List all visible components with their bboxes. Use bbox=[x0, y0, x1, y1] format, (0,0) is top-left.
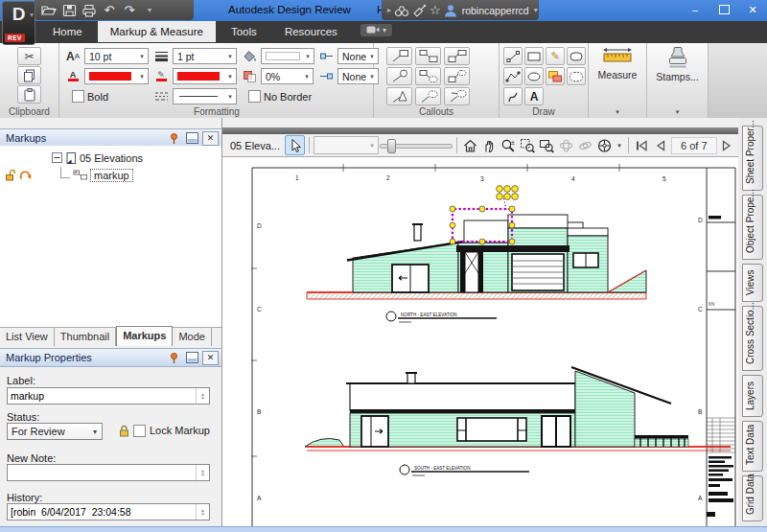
stamps-button[interactable]: Stamps... bbox=[650, 46, 705, 104]
home-view-button[interactable] bbox=[461, 136, 479, 154]
find-binoculars-icon[interactable] bbox=[394, 2, 409, 18]
save-icon[interactable] bbox=[60, 2, 78, 18]
tree-markup-label[interactable]: markup bbox=[90, 169, 133, 182]
history-field[interactable]: ▲▼ bbox=[7, 503, 210, 520]
tab-markup-measure[interactable]: Markup & Measure bbox=[98, 21, 216, 42]
callout-rectangle-multi-button[interactable] bbox=[415, 47, 441, 65]
tab-views[interactable]: Views bbox=[742, 264, 763, 302]
zoom-slider[interactable] bbox=[380, 137, 453, 153]
dock-panel-icon[interactable] bbox=[184, 131, 200, 145]
markup-filter-combo[interactable]: ▾ bbox=[314, 136, 379, 154]
application-menu-button[interactable]: D ▾ REV bbox=[2, 1, 35, 45]
label-spinner[interactable]: ▲▼ bbox=[196, 388, 209, 404]
collapse-icon[interactable] bbox=[52, 152, 62, 163]
pushpin-icon[interactable] bbox=[166, 131, 182, 145]
turntable-orbit-button[interactable] bbox=[576, 136, 594, 154]
steering-wheel-button[interactable] bbox=[595, 136, 614, 154]
copy-button[interactable] bbox=[17, 66, 41, 84]
tab-mode[interactable]: Mode bbox=[173, 328, 212, 346]
expand-tools-icon[interactable]: ▸ bbox=[387, 2, 391, 18]
draw-line-button[interactable] bbox=[503, 47, 523, 65]
steering-wheel-dropdown-icon[interactable]: ▾ bbox=[615, 142, 624, 150]
next-page-button[interactable] bbox=[718, 136, 736, 154]
tree-item-sheet[interactable]: 05 Elevations bbox=[52, 150, 143, 165]
bold-checkbox-row[interactable]: Bold bbox=[72, 87, 149, 105]
undo-icon[interactable]: ↶ bbox=[101, 2, 118, 18]
fill-color-combo[interactable]: ▾ bbox=[261, 48, 314, 64]
tab-tools[interactable]: Tools bbox=[219, 21, 269, 42]
close-button[interactable]: ✕ bbox=[738, 0, 767, 19]
history-input[interactable] bbox=[8, 506, 196, 518]
previous-page-button[interactable] bbox=[652, 136, 670, 154]
callout-cloud-leader-button[interactable] bbox=[415, 87, 441, 105]
share-satellite-icon[interactable] bbox=[412, 2, 427, 18]
stamps-flyout-caret[interactable]: ▾ bbox=[647, 108, 708, 116]
text-color-combo[interactable]: ▾ bbox=[84, 68, 149, 84]
new-note-spinner[interactable]: ▲▼ bbox=[196, 465, 209, 480]
draw-rounded-rectangle-button[interactable] bbox=[567, 47, 586, 65]
line-style-combo[interactable]: ▾ bbox=[173, 88, 237, 104]
maximize-button[interactable] bbox=[709, 0, 738, 19]
user-menu-dropdown-icon[interactable]: ▾ bbox=[534, 2, 538, 18]
tab-thumbnail[interactable]: Thumbnail bbox=[55, 328, 116, 346]
video-tutorials-button[interactable]: ▾ bbox=[360, 24, 392, 36]
tab-sheet-properties[interactable]: Sheet Proper... bbox=[742, 126, 763, 191]
paste-button[interactable] bbox=[17, 85, 41, 104]
open-icon[interactable] bbox=[40, 2, 58, 18]
first-page-button[interactable] bbox=[633, 136, 651, 154]
bold-checkbox[interactable] bbox=[72, 90, 84, 103]
tab-grid-data[interactable]: Grid Data bbox=[742, 475, 763, 521]
callout-cloud-leader-dual-button[interactable] bbox=[444, 87, 470, 105]
markups-panel-close-icon[interactable]: ✕ bbox=[202, 131, 219, 146]
cut-button[interactable]: ✂ bbox=[17, 47, 41, 65]
arrow-end-combo[interactable]: None▾ bbox=[337, 68, 379, 84]
zoom-extents-button[interactable] bbox=[519, 136, 537, 154]
drawing-canvas[interactable]: 1 2 3 4 5 D C B A D C B A bbox=[222, 156, 738, 526]
tab-home[interactable]: Home bbox=[40, 21, 95, 42]
font-size-combo[interactable]: 10 pt▾ bbox=[84, 48, 149, 64]
zoom-window-button[interactable] bbox=[538, 136, 556, 154]
draw-text-button[interactable]: A bbox=[524, 87, 544, 105]
opacity-combo[interactable]: 0%▾ bbox=[261, 68, 314, 84]
lock-markup-checkbox[interactable] bbox=[133, 425, 146, 437]
tab-resources[interactable]: Resources bbox=[272, 21, 350, 42]
properties-panel-close-icon[interactable]: ✕ bbox=[202, 351, 219, 365]
favorites-star-icon[interactable]: ☆ bbox=[430, 2, 441, 18]
callout-cloud-multi-button[interactable] bbox=[415, 67, 441, 85]
measure-button[interactable]: Measure bbox=[592, 46, 643, 104]
drawing-sheet[interactable]: 1 2 3 4 5 D C B A D C B A bbox=[251, 161, 736, 527]
draw-freehand-button[interactable]: ✎ bbox=[546, 47, 565, 65]
no-border-checkbox[interactable] bbox=[248, 90, 261, 103]
tab-list-view[interactable]: List View bbox=[0, 328, 55, 346]
qat-customize-icon[interactable]: ▾ bbox=[141, 2, 158, 18]
select-tool-button[interactable] bbox=[285, 135, 305, 155]
draw-polyline-button[interactable] bbox=[503, 67, 523, 85]
measure-flyout-caret[interactable]: ▾ bbox=[589, 108, 646, 116]
minimize-button[interactable]: – bbox=[681, 0, 709, 19]
draw-shapes-button[interactable] bbox=[546, 67, 565, 85]
tab-object-properties[interactable]: Object Prope... bbox=[742, 195, 763, 260]
label-input[interactable] bbox=[8, 390, 196, 402]
orbit-button[interactable] bbox=[557, 136, 575, 154]
tab-cross-sections[interactable]: Cross Sectio... bbox=[742, 306, 763, 371]
properties-dock-panel-icon[interactable] bbox=[184, 351, 200, 364]
sheet-tab[interactable]: 05 Eleva... bbox=[226, 140, 284, 151]
signed-in-user[interactable]: robincapperrcd bbox=[462, 5, 529, 16]
line-weight-combo[interactable]: 1 pt▾ bbox=[173, 48, 237, 64]
draw-rectangle-button[interactable] bbox=[524, 47, 544, 65]
tree-item-markup[interactable]: markup bbox=[5, 168, 133, 182]
callout-cloud-dual-button[interactable] bbox=[444, 67, 470, 85]
callout-circle-button[interactable] bbox=[386, 67, 412, 85]
draw-cloud-button[interactable] bbox=[567, 67, 586, 85]
slider-handle[interactable] bbox=[387, 139, 396, 153]
label-field[interactable]: ▲▼ bbox=[7, 387, 210, 405]
lock-markup-row[interactable]: Lock Markup bbox=[119, 424, 210, 437]
callout-triangle-button[interactable] bbox=[386, 87, 412, 105]
pan-hand-button[interactable] bbox=[480, 136, 499, 154]
draw-squiggle-button[interactable] bbox=[503, 87, 523, 105]
line-color-combo[interactable]: ▾ bbox=[173, 68, 237, 84]
new-note-input[interactable] bbox=[8, 467, 196, 478]
callout-rectangle-button[interactable] bbox=[386, 47, 412, 65]
properties-pushpin-icon[interactable] bbox=[166, 351, 182, 364]
tab-text-data[interactable]: Text Data bbox=[742, 421, 763, 472]
